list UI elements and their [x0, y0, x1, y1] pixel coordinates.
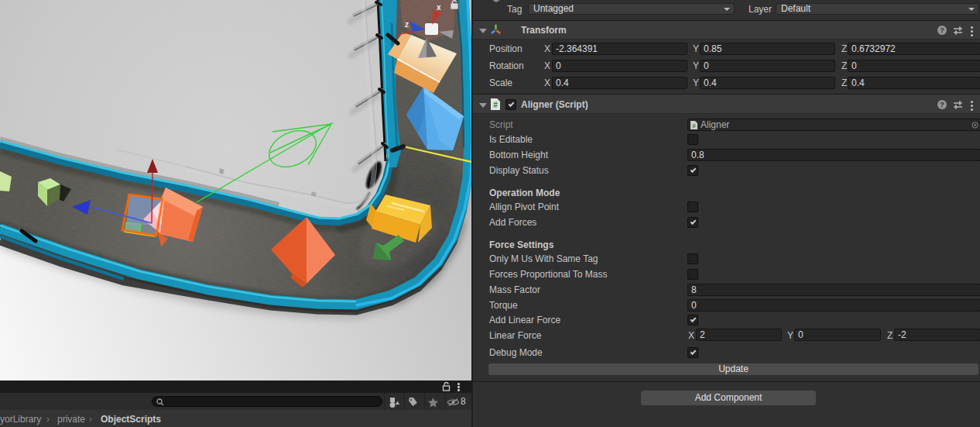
svg-text:z: z — [405, 20, 409, 29]
svg-text:x: x — [437, 3, 441, 12]
svg-text:#: # — [493, 101, 498, 109]
svg-text:⟨ Persp: ⟨ Persp — [412, 65, 440, 74]
